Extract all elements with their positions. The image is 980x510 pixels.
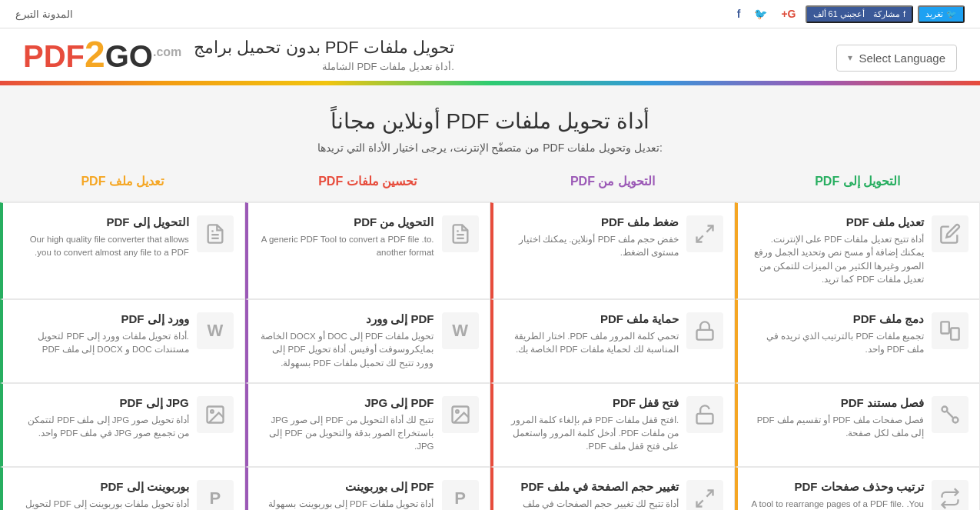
tool-to-2[interactable]: JPG إلى PDFأداة تحويل صور JPG إلى ملف PD… (0, 383, 245, 467)
tool-improve-0[interactable]: ضغط ملف PDFخفض حجم ملف PDF أونلاين. يمكن… (490, 202, 736, 299)
tool-title-edit-3: ترتيب وحذف صفحات PDF (749, 480, 924, 494)
tool-icon-edit-1 (932, 312, 968, 349)
tool-icon-to-1: W (197, 312, 234, 349)
svg-rect-6 (941, 322, 949, 333)
share-label: مشاركة (873, 9, 900, 19)
tool-title-from-3: PDF إلى بوربوينت (259, 480, 434, 494)
tool-desc-edit-3: A tool to rearrange pages of a PDF file.… (749, 498, 924, 511)
language-selector[interactable]: Select Language ▾ (836, 45, 957, 72)
tool-edit-2[interactable]: فصل مستند PDFفصل صفحات ملف PDF أو تقسيم … (735, 383, 980, 467)
svg-line-11 (947, 412, 953, 418)
tool-desc-edit-1: تجميع ملفات PDF بالترتيب الذي تريده في م… (749, 330, 924, 357)
tool-from-0[interactable]: التحويل من PDF.A generic PDF Tool to con… (245, 202, 490, 299)
tool-title-improve-1: حماية ملف PDF (504, 312, 679, 326)
tool-desc-to-2: أداة تحويل صور JPG إلى ملف PDF لتتمكن من… (14, 414, 189, 441)
facebook-icon: f (903, 9, 905, 18)
site-logo: PDF2GO.com (23, 36, 181, 73)
tool-icon-from-0 (442, 215, 479, 252)
tool-icon-to-0 (197, 215, 234, 252)
category-to: التحويل إلى PDF (735, 169, 980, 193)
logo-pdf: PDF (23, 39, 85, 73)
tool-icon-to-3: P (197, 480, 234, 511)
svg-rect-12 (697, 414, 713, 424)
tools-grid: تعديل ملف PDFأداة تتيح تعديل ملفات PDF ع… (0, 202, 980, 510)
tool-improve-2[interactable]: فتح قفل PDF.افتح قفل ملفات PDF قم بإلغاء… (490, 383, 736, 467)
tool-title-to-1: وورد إلى PDF (14, 312, 189, 326)
tool-desc-from-1: تحويل ملفات PDF إلى DOC أو DOCX الخاصة ب… (259, 330, 434, 370)
header-title: تحويل ملفات PDF بدون تحميل برامج (194, 38, 454, 58)
tool-icon-improve-0 (686, 215, 723, 252)
nav-links: المدونة التبرع (15, 8, 73, 20)
tool-desc-from-3: أداة تحويل ملفات PDF إلى بوربوينت بسهولة… (259, 498, 434, 511)
tool-edit-0[interactable]: تعديل ملف PDFأداة تتيح تعديل ملفات PDF ع… (735, 202, 980, 299)
gplus-button[interactable]: G+ (776, 5, 800, 23)
tool-desc-edit-0: أداة تتيح تعديل ملفات PDF على الإنترنت. … (749, 233, 924, 286)
tool-icon-improve-2 (686, 396, 723, 433)
category-edit: تعديل ملف PDF (0, 169, 245, 193)
tool-icon-from-3: P (442, 480, 479, 511)
tool-icon-edit-0 (932, 215, 968, 252)
tool-title-from-0: التحويل من PDF (259, 215, 434, 229)
likes-label: أعجبني 61 ألف (813, 9, 865, 19)
tool-desc-to-3: أداة تحويل ملفات بوربوينت إلى PDF لتحويل… (14, 498, 189, 511)
header-text: تحويل ملفات PDF بدون تحميل برامج .أداة ت… (194, 38, 454, 72)
tool-from-1[interactable]: WPDF إلى ووردتحويل ملفات PDF إلى DOC أو … (245, 299, 490, 383)
logo-2: 2 (85, 34, 105, 75)
category-bar: التحويل إلى PDF التحويل من PDF تحسين ملف… (0, 162, 980, 202)
tool-title-improve-2: فتح قفل PDF (504, 396, 679, 410)
tool-edit-3[interactable]: ترتيب وحذف صفحات PDFA tool to rearrange … (735, 467, 980, 511)
nav-text: المدونة التبرع (15, 8, 73, 20)
tool-desc-improve-0: خفض حجم ملف PDF أونلاين. يمكنك اختيار مس… (504, 233, 679, 260)
tool-icon-edit-3 (932, 480, 968, 511)
tool-improve-3[interactable]: تغيير حجم الصفحة في ملف PDFأداة تتيح لك … (490, 467, 736, 511)
tool-desc-from-0: .A generic PDF Tool to convert a PDF fil… (259, 233, 434, 260)
tool-title-to-2: JPG إلى PDF (14, 396, 189, 410)
tool-improve-1[interactable]: حماية ملف PDFتحمي كلمة المرور ملف PDF. ا… (490, 299, 736, 383)
logo-go: GO (105, 39, 153, 73)
facebook-sm-button[interactable]: f (733, 5, 746, 23)
tool-title-improve-0: ضغط ملف PDF (504, 215, 679, 229)
social-buttons: 🐦 تغريد f مشاركة أعجبني 61 ألف G+ 🐦 f (733, 5, 965, 23)
page-subtitle: :تعديل وتحويل ملفات PDF من متصفّح الإنتر… (15, 142, 965, 154)
tool-title-edit-1: دمج ملف PDF (749, 312, 924, 326)
tool-to-1[interactable]: Wوورد إلى PDF.أداة تحويل ملفات وورد إلى … (0, 299, 245, 383)
tool-from-3[interactable]: PPDF إلى بوربوينتأداة تحويل ملفات PDF إل… (245, 467, 490, 511)
logo-com: .com (153, 45, 181, 58)
twitter-sm-button[interactable]: 🐦 (749, 5, 772, 23)
tool-desc-from-2: تتيح لك أداة التحويل من PDF إلى صور JPG … (259, 414, 434, 454)
lang-select-label: Select Language (859, 52, 945, 65)
tweet-button[interactable]: 🐦 تغريد (918, 5, 965, 23)
tool-icon-improve-1 (686, 312, 723, 349)
tool-icon-from-2 (442, 396, 479, 433)
tool-title-edit-0: تعديل ملف PDF (749, 215, 924, 229)
tool-desc-improve-3: أداة تتيح لك تغيير حجم الصفحات في ملف PD… (504, 498, 679, 511)
tool-title-from-1: PDF إلى وورد (259, 312, 434, 326)
tool-from-2[interactable]: PDF إلى JPGتتيح لك أداة التحويل من PDF إ… (245, 383, 490, 467)
tool-icon-to-2 (197, 396, 234, 433)
chevron-down-icon: ▾ (848, 52, 852, 63)
site-header: Select Language ▾ تحويل ملفات PDF بدون ت… (0, 28, 980, 73)
category-from: التحويل من PDF (490, 169, 736, 193)
tool-title-from-2: PDF إلى JPG (259, 396, 434, 410)
tool-title-edit-2: فصل مستند PDF (749, 396, 924, 410)
tool-desc-improve-2: .افتح قفل ملفات PDF قم بإلغاء كلمة المرو… (504, 414, 679, 454)
facebook-share-button[interactable]: f مشاركة أعجبني 61 ألف (806, 5, 914, 23)
tool-to-3[interactable]: Pبوربوينت إلى PDFأداة تحويل ملفات بوربوي… (0, 467, 245, 511)
svg-point-9 (942, 406, 948, 412)
svg-point-10 (953, 417, 958, 422)
tool-desc-improve-1: تحمي كلمة المرور ملف PDF. اختار الطريقة … (504, 330, 679, 357)
tweet-label: تغريد (925, 9, 943, 19)
svg-line-18 (697, 500, 703, 506)
tool-icon-improve-3 (686, 480, 723, 511)
tool-title-to-3: بوربوينت إلى PDF (14, 480, 189, 494)
svg-rect-7 (951, 328, 959, 340)
tool-edit-1[interactable]: دمج ملف PDFتجميع ملفات PDF بالترتيب الذي… (735, 299, 980, 383)
page-header: أداة تحويل ملفات PDF أونلاين مجاناً :تعد… (0, 85, 980, 162)
page-title: أداة تحويل ملفات PDF أونلاين مجاناً (15, 108, 965, 134)
svg-line-1 (697, 235, 703, 242)
twitter-icon: 🐦 (946, 9, 957, 19)
tool-to-0[interactable]: التحويل إلى PDFOur high quality file con… (0, 202, 245, 299)
top-bar: 🐦 تغريد f مشاركة أعجبني 61 ألف G+ 🐦 f ال… (0, 0, 980, 28)
svg-point-16 (211, 410, 214, 413)
tool-desc-edit-2: فصل صفحات ملف PDF أو تقسيم ملف PDF إلى م… (749, 414, 924, 441)
